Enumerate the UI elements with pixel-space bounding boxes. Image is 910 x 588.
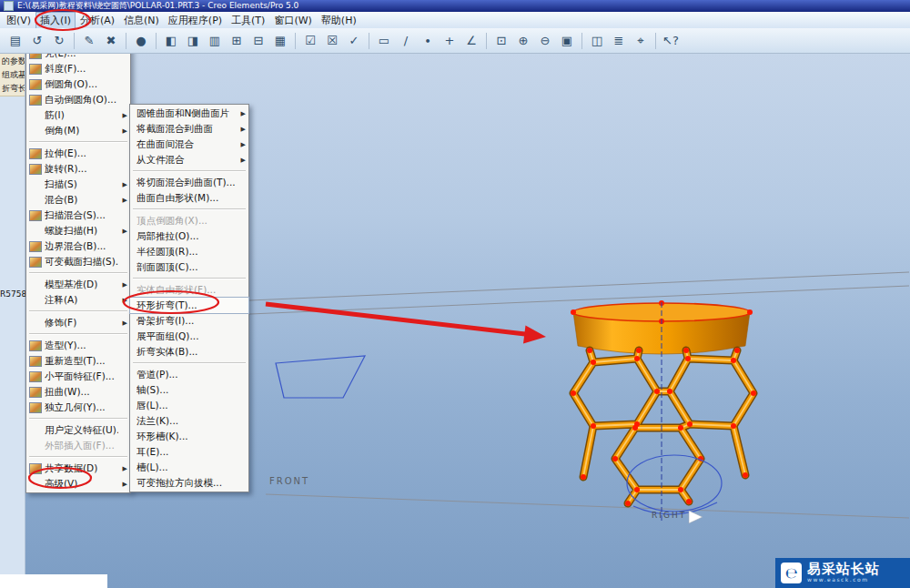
insert-restyle[interactable]: 重新造型(T)...	[26, 353, 130, 369]
pattern-icon[interactable]: ▦	[270, 31, 290, 51]
menu-help[interactable]: 帮助(H)	[317, 12, 361, 29]
delete-icon[interactable]: ✖	[101, 31, 121, 51]
insert-revolve[interactable]: 旋转(R)...	[26, 161, 130, 177]
adv-blend-between-surfaces[interactable]: 在曲面间混合▶	[130, 137, 248, 152]
front-datum-label[interactable]: FRONT	[269, 476, 309, 486]
adv-toroidal-bend[interactable]: 环形折弯(T)...	[130, 298, 248, 313]
zoom-in-icon[interactable]: ⊕	[513, 31, 533, 51]
menu-insert[interactable]: 插入(I)	[35, 12, 76, 29]
repaint-icon[interactable]: ▣	[557, 31, 577, 51]
icon-gutter	[29, 441, 42, 451]
surface-mesh-icon[interactable]: ▥	[205, 31, 225, 51]
csys-toggle-icon[interactable]: +	[440, 31, 460, 51]
adv-local-push[interactable]: 局部推拉(O)...	[130, 228, 248, 244]
insert-external-surface[interactable]: 外部插入面(F)...	[26, 438, 130, 453]
verify-on-icon[interactable]: ☑	[300, 31, 320, 51]
insert-cosmetic[interactable]: 修饰(F)▶	[26, 315, 130, 330]
menu-view-partial[interactable]: 图(V)	[2, 12, 35, 29]
insert-helical-sweep[interactable]: 螺旋扫描(H)▶	[26, 223, 130, 238]
quilt-merge-icon[interactable]: ⊞	[227, 31, 247, 51]
model-toroidal-lattice[interactable]	[571, 300, 756, 506]
undo-icon[interactable]: ↺	[27, 31, 47, 51]
adv-slot[interactable]: 槽(L)...	[130, 460, 248, 475]
sketch-trapezoid[interactable]	[276, 356, 365, 398]
insert-sweep[interactable]: 扫描(S)▶	[26, 177, 130, 192]
menu-item-label: 可变截面扫描(S)...	[45, 256, 118, 269]
sketch-circle[interactable]	[627, 455, 722, 514]
zoom-out-icon[interactable]: ⊖	[535, 31, 555, 51]
adv-blend-section-to-surface[interactable]: 将截面混合到曲面▶	[130, 121, 248, 137]
insert-warp[interactable]: 扭曲(W)...	[26, 384, 130, 400]
measure-icon[interactable]: ⌖	[631, 31, 651, 51]
adv-blend-tangent-to-surface[interactable]: 将切面混合到曲面(T)...	[130, 175, 248, 190]
insert-swept-blend-icon	[29, 210, 42, 221]
insert-independent-geometry[interactable]: 独立几何(Y)...	[26, 400, 130, 415]
insert-model-datum[interactable]: 模型基准(D)▶	[26, 277, 130, 292]
insert-udf[interactable]: 用户定义特征(U)...	[26, 422, 130, 438]
surface-offset-icon[interactable]: ◨	[183, 31, 203, 51]
adv-bend-solid[interactable]: 折弯实体(B)...	[130, 344, 248, 360]
datum-point-toggle-icon[interactable]: ∙	[418, 31, 438, 51]
insert-dropdown-menu[interactable]: 孔(H)...壳(L)...斜度(F)...倒圆角(O)...自动倒圆角(O).…	[25, 28, 131, 493]
insert-style[interactable]: 造型(Y)...	[26, 338, 130, 353]
insert-draft[interactable]: 斜度(F)...	[26, 61, 130, 76]
adv-ring-groove[interactable]: 环形槽(K)...	[130, 429, 248, 444]
adv-blend-from-file[interactable]: 从文件混合▶	[130, 152, 248, 167]
sketch-datum-icon[interactable]: ∠	[461, 31, 481, 51]
insert-blend[interactable]: 混合(B)▶	[26, 192, 130, 208]
advanced-submenu[interactable]: 圆锥曲面和N侧曲面片▶将截面混合到曲面▶在曲面间混合▶从文件混合▶将切面混合到曲…	[129, 104, 249, 492]
menu-applications[interactable]: 应用程序(P)	[164, 12, 227, 29]
adv-section-dome[interactable]: 剖面圆顶(C)...	[130, 259, 248, 275]
insert-round[interactable]: 倒圆角(O)...	[26, 76, 130, 92]
accept-icon[interactable]: ✓	[344, 31, 364, 51]
insert-annotation[interactable]: 注释(A)▶	[26, 292, 130, 308]
adv-pipe[interactable]: 管道(P)...	[130, 367, 248, 382]
adv-lip[interactable]: 唇(L)...	[130, 398, 248, 413]
sketch-tool-icon[interactable]: ✎	[79, 31, 99, 51]
insert-shared-data[interactable]: 共享数据(D)▶	[26, 461, 130, 476]
adv-solid-free-form[interactable]: 实体自由形状(F)...	[130, 282, 248, 298]
adv-shaft[interactable]: 轴(S)...	[130, 382, 248, 398]
insert-chamfer[interactable]: 倒角(M)▶	[26, 123, 130, 138]
adv-flatten-quilt[interactable]: 展平面组(Q)...	[130, 329, 248, 344]
right-datum-handle[interactable]	[689, 511, 703, 523]
adv-spinal-bend[interactable]: 骨架折弯(I)...	[130, 313, 248, 329]
adv-vertex-round[interactable]: 顶点倒圆角(X)...	[130, 213, 248, 228]
menu-analysis[interactable]: 分析(A)	[76, 12, 119, 29]
shaded-display-icon[interactable]: ●	[131, 31, 151, 51]
insert-swept-blend[interactable]: 扫描混合(S)...	[26, 208, 130, 223]
menu-item-label: 轴(S)...	[136, 384, 168, 397]
paste-icon[interactable]: ▤	[5, 31, 25, 51]
title-bar[interactable]: E:\(易采网)教程资料\绕空圆筒\POLLAR-01.PRT.3 - Creo…	[0, 0, 910, 12]
saved-views-icon[interactable]: ◫	[587, 31, 607, 51]
refit-view-icon[interactable]: ⊡	[491, 31, 511, 51]
adv-conic-surface-n-patch[interactable]: 圆锥曲面和N侧曲面片▶	[130, 106, 248, 121]
menu-info[interactable]: 信息(N)	[119, 12, 164, 29]
main-toolbar[interactable]: ▤↺↻✎✖●◧◨▥⊞⊟▦☑☒✓▭/∙+∠⊡⊕⊖▣◫≣⌖↖?	[0, 28, 910, 54]
adv-flange[interactable]: 法兰(K)...	[130, 413, 248, 429]
redo-icon[interactable]: ↻	[49, 31, 69, 51]
insert-extrude[interactable]: 拉伸(E)...	[26, 146, 130, 161]
verify-off-icon[interactable]: ☒	[322, 31, 342, 51]
insert-facet-feature[interactable]: 小平面特征(F)...	[26, 369, 130, 384]
right-datum-label[interactable]: RIGHT	[652, 511, 686, 520]
surface-copy-icon[interactable]: ◧	[161, 31, 181, 51]
view-manager-icon[interactable]: ≣	[609, 31, 629, 51]
insert-variable-section-sweep[interactable]: 可变截面扫描(S)...	[26, 254, 130, 269]
menu-tools[interactable]: 工具(T)	[227, 12, 269, 29]
adv-variable-pull-draft[interactable]: 可变拖拉方向拔模...	[130, 475, 248, 491]
adv-radius-dome[interactable]: 半径圆顶(R)...	[130, 244, 248, 259]
insert-boundary-blend[interactable]: 边界混合(B)...	[26, 238, 130, 254]
adv-ear[interactable]: 耳(E)...	[130, 444, 248, 460]
insert-auto-round[interactable]: 自动倒圆角(O)...	[26, 92, 130, 107]
datum-plane-toggle-icon[interactable]: ▭	[374, 31, 394, 51]
context-help-icon[interactable]: ↖?	[661, 31, 681, 51]
menu-window[interactable]: 窗口(W)	[269, 12, 316, 29]
quilt-trim-icon[interactable]: ⊟	[248, 31, 268, 51]
insert-rib[interactable]: 筋(I)▶	[26, 107, 130, 123]
adv-surface-free-form[interactable]: 曲面自由形状(M)...	[130, 190, 248, 206]
datum-axis-toggle-icon[interactable]: /	[396, 31, 416, 51]
lattice-struts[interactable]	[573, 350, 753, 503]
menu-bar[interactable]: 图(V)插入(I)分析(A)信息(N)应用程序(P)工具(T)窗口(W)帮助(H…	[0, 12, 910, 29]
insert-advanced[interactable]: 高级(V)▶	[26, 476, 130, 492]
